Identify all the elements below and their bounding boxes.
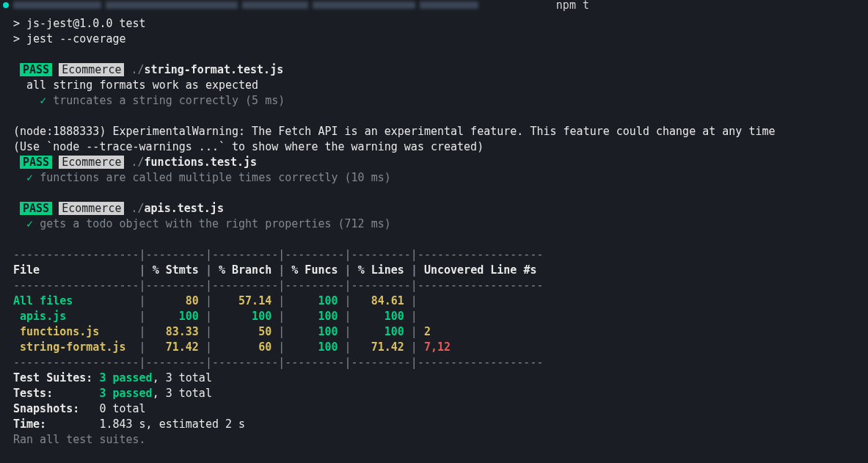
summary-tests: Tests: 3 passed, 3 total bbox=[13, 386, 855, 401]
blurred-title-3 bbox=[242, 1, 308, 9]
project-badge: Ecommerce bbox=[59, 63, 124, 76]
coverage-sep: -------------------|---------|----------… bbox=[13, 247, 855, 263]
coverage-header: File | % Stmts | % Branch | % Funcs | % … bbox=[13, 263, 855, 278]
summary-ran: Ran all test suites. bbox=[13, 432, 855, 448]
suite-header: PASS Ecommerce ./functions.test.js bbox=[13, 155, 855, 170]
jest-cmd-line: > jest --coverage bbox=[13, 32, 855, 47]
pass-badge: PASS bbox=[20, 156, 52, 169]
check-icon: ✓ bbox=[26, 171, 33, 184]
coverage-row: apis.js | 100 | 100 | 100 | 100 | bbox=[13, 309, 855, 324]
pass-badge: PASS bbox=[20, 63, 52, 76]
test-line: ✓ truncates a string correctly (5 ms) bbox=[13, 93, 855, 109]
blurred-title-4 bbox=[313, 1, 415, 9]
check-icon: ✓ bbox=[26, 217, 33, 230]
coverage-sep: -------------------|---------|----------… bbox=[13, 355, 855, 371]
summary-snapshots: Snapshots: 0 total bbox=[13, 401, 855, 417]
coverage-row: string-format.js | 71.42 | 60 | 100 | 71… bbox=[13, 340, 855, 355]
coverage-row: functions.js | 83.33 | 50 | 100 | 100 | … bbox=[13, 324, 855, 340]
project-badge: Ecommerce bbox=[59, 156, 124, 169]
suite-desc: all string formats work as expected bbox=[13, 78, 855, 93]
window-tabbar: npm t bbox=[0, 0, 868, 10]
blurred-title-5 bbox=[420, 1, 478, 9]
terminal-output[interactable]: > js-jest@1.0.0 test > jest --coverage P… bbox=[0, 10, 868, 453]
blurred-title-1 bbox=[13, 1, 101, 9]
node-warning-2: (Use `node --trace-warnings ...` to show… bbox=[13, 139, 855, 155]
node-warning-1: (node:1888333) ExperimentalWarning: The … bbox=[13, 124, 855, 139]
npm-script-line: > js-jest@1.0.0 test bbox=[13, 16, 855, 32]
summary-suites: Test Suites: 3 passed, 3 total bbox=[13, 371, 855, 386]
suite-header: PASS Ecommerce ./apis.test.js bbox=[13, 201, 855, 216]
blurred-title-2 bbox=[106, 1, 238, 9]
tab-command: npm t bbox=[556, 0, 589, 13]
pass-badge: PASS bbox=[20, 202, 52, 215]
active-tab-indicator bbox=[3, 2, 9, 8]
suite-header: PASS Ecommerce ./string-format.test.js bbox=[13, 62, 855, 78]
test-line: ✓ gets a todo object with the right prop… bbox=[13, 216, 855, 232]
summary-time: Time: 1.843 s, estimated 2 s bbox=[13, 417, 855, 432]
project-badge: Ecommerce bbox=[59, 202, 124, 215]
coverage-row: All files | 80 | 57.14 | 100 | 84.61 | bbox=[13, 294, 855, 309]
coverage-sep: -------------------|---------|----------… bbox=[13, 278, 855, 294]
check-icon: ✓ bbox=[40, 94, 46, 107]
test-line: ✓ functions are called multiple times co… bbox=[13, 170, 855, 186]
